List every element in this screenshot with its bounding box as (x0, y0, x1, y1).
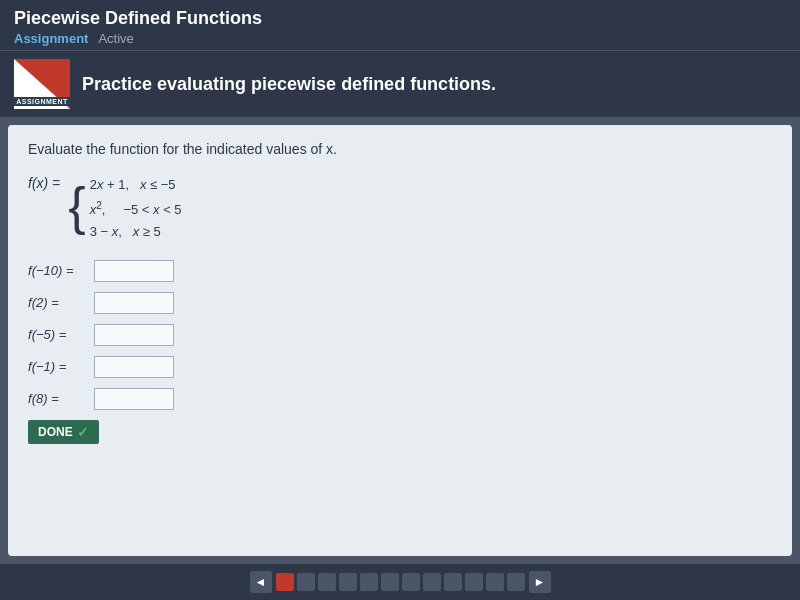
assignment-banner: ASSIGNMENT Practice evaluating piecewise… (0, 50, 800, 117)
function-label: f(x) = (28, 175, 60, 191)
piecewise-cases: 2x + 1, x ≤ −5 x2, −5 < x < 5 3 − x, x ≥… (90, 171, 182, 242)
nav-dot-10[interactable] (465, 573, 483, 591)
input-label-5: f(8) = (28, 391, 88, 406)
bottom-nav: ◄ ► (0, 564, 800, 600)
nav-dot-3[interactable] (318, 573, 336, 591)
piecewise-case-1: 2x + 1, x ≤ −5 (90, 175, 182, 195)
header-meta: Assignment Active (14, 31, 786, 46)
icon-label: ASSIGNMENT (14, 97, 70, 106)
input-row-5: f(8) = (28, 388, 772, 410)
input-label-1: f(−10) = (28, 263, 88, 278)
left-brace: { (68, 180, 85, 232)
done-check-icon: ✓ (77, 424, 89, 440)
done-button[interactable]: DONE ✓ (28, 420, 99, 444)
assignment-tab[interactable]: Assignment (14, 31, 88, 46)
answer-input-1[interactable] (94, 260, 174, 282)
nav-dot-9[interactable] (444, 573, 462, 591)
nav-dot-6[interactable] (381, 573, 399, 591)
piecewise-case-2: x2, −5 < x < 5 (90, 198, 182, 220)
nav-dot-7[interactable] (402, 573, 420, 591)
input-label-4: f(−1) = (28, 359, 88, 374)
nav-dot-11[interactable] (486, 573, 504, 591)
next-arrow[interactable]: ► (529, 571, 551, 593)
brace-container: { 2x + 1, x ≤ −5 x2, −5 < x < 5 3 − x, x… (68, 171, 181, 242)
input-label-2: f(2) = (28, 295, 88, 310)
page-title: Piecewise Defined Functions (14, 8, 786, 29)
done-label: DONE (38, 425, 73, 439)
input-row-2: f(2) = (28, 292, 772, 314)
nav-dot-12[interactable] (507, 573, 525, 591)
input-label-3: f(−5) = (28, 327, 88, 342)
function-definition: f(x) = { 2x + 1, x ≤ −5 x2, −5 < x < 5 3… (28, 171, 772, 242)
nav-dot-1[interactable] (276, 573, 294, 591)
prev-arrow[interactable]: ◄ (250, 571, 272, 593)
input-row-3: f(−5) = (28, 324, 772, 346)
main-content: Evaluate the function for the indicated … (8, 125, 792, 556)
answer-input-4[interactable] (94, 356, 174, 378)
active-status: Active (98, 31, 133, 46)
input-row-1: f(−10) = (28, 260, 772, 282)
assignment-icon: ASSIGNMENT (14, 59, 70, 109)
nav-dot-4[interactable] (339, 573, 357, 591)
instruction-text: Evaluate the function for the indicated … (28, 141, 772, 157)
answer-input-2[interactable] (94, 292, 174, 314)
banner-text: Practice evaluating piecewise defined fu… (82, 74, 496, 95)
nav-dots (276, 573, 525, 591)
top-header: Piecewise Defined Functions Assignment A… (0, 0, 800, 50)
nav-dot-5[interactable] (360, 573, 378, 591)
piecewise-case-3: 3 − x, x ≥ 5 (90, 222, 182, 242)
nav-dot-2[interactable] (297, 573, 315, 591)
answer-input-3[interactable] (94, 324, 174, 346)
answer-input-5[interactable] (94, 388, 174, 410)
nav-dot-8[interactable] (423, 573, 441, 591)
input-row-4: f(−1) = (28, 356, 772, 378)
